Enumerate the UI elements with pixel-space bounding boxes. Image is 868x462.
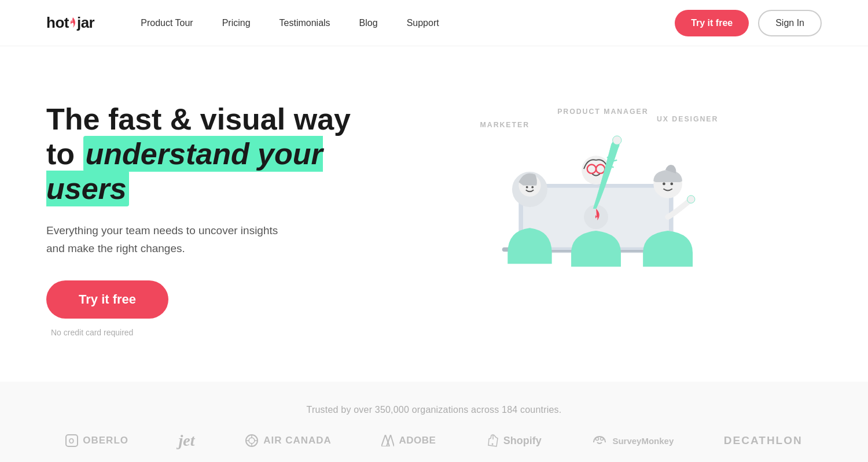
flame-icon [69,17,76,28]
nav-sign-in-button[interactable]: Sign In [758,10,822,36]
oberlo-logo: o Oberlo [65,434,128,447]
product-manager-label: PRODUCT MANAGER [557,108,648,116]
ux-cap-front [653,170,682,182]
jet-name: jet [179,431,195,450]
hero-illustration: MARKETER PRODUCT MANAGER UX DESIGNER [370,81,822,358]
hero-highlight: understand your users [46,136,323,206]
shopify-icon [486,434,499,448]
hero-section: The fast & visual way to understand your… [0,46,868,382]
svg-point-8 [491,443,493,445]
hero-try-free-button[interactable]: Try it free [46,280,168,319]
adobe-icon [381,435,394,446]
svg-point-3 [249,438,255,443]
surveymonkey-logo: SurveyMonkey [591,434,674,447]
ux-hand [687,195,695,203]
nav-links: Product Tour Pricing Testimonials Blog S… [141,18,675,28]
nav-testimonials[interactable]: Testimonials [279,18,330,28]
shopify-logo: Shopify [486,434,542,448]
hero-title: The fast & visual way to understand your… [46,102,370,206]
air-canada-icon [245,434,259,448]
nav-blog[interactable]: Blog [359,18,378,28]
logo[interactable]: hotjar [46,14,94,32]
decathlon-name: DECATHLON [724,434,803,447]
nav-support[interactable]: Support [407,18,439,28]
oberlo-icon: o [65,434,78,447]
air-canada-name: AIR CANADA [263,435,332,446]
ux-eye-left [663,183,665,186]
marketer-eye-left [526,186,528,189]
air-canada-logo: AIR CANADA [245,434,332,448]
hero-svg-illustration: MARKETER PRODUCT MANAGER UX DESIGNER [446,98,746,341]
shopify-name: Shopify [503,435,542,447]
ux-designer-label: UX DESIGNER [657,115,718,123]
logo-text: hotjar [46,14,94,32]
decathlon-logo: DECATHLON [724,434,803,447]
oberlo-name: Oberlo [83,435,128,446]
nav-product-tour[interactable]: Product Tour [141,18,193,28]
marketer-eye-right [531,186,534,189]
svg-point-9 [596,438,599,441]
adobe-name: Adobe [399,435,436,446]
jet-logo: jet [179,431,195,450]
trusted-section: Trusted by over 350,000 organizations ac… [0,382,868,462]
hero-subtitle: Everything your team needs to uncover in… [46,222,324,257]
nav-try-free-button[interactable]: Try it free [675,10,749,36]
surveymonkey-icon [591,434,608,447]
ux-eye-right [670,183,673,186]
nav-actions: Try it free Sign In [675,10,822,36]
surveymonkey-name: SurveyMonkey [612,436,674,446]
no-credit-card-text: No credit card required [51,328,370,337]
pm-hand [613,136,621,145]
navbar: hotjar Product Tour Pricing Testimonials… [0,0,868,46]
nav-pricing[interactable]: Pricing [222,18,251,28]
brand-logos-row: o Oberlo jet AIR CANADA [46,431,822,450]
marketer-label: MARKETER [480,121,529,129]
hero-content: The fast & visual way to understand your… [46,102,370,337]
svg-text:o: o [69,437,75,445]
adobe-logo: Adobe [381,435,436,446]
trusted-text: Trusted by over 350,000 organizations ac… [46,405,822,415]
svg-point-10 [601,438,604,441]
